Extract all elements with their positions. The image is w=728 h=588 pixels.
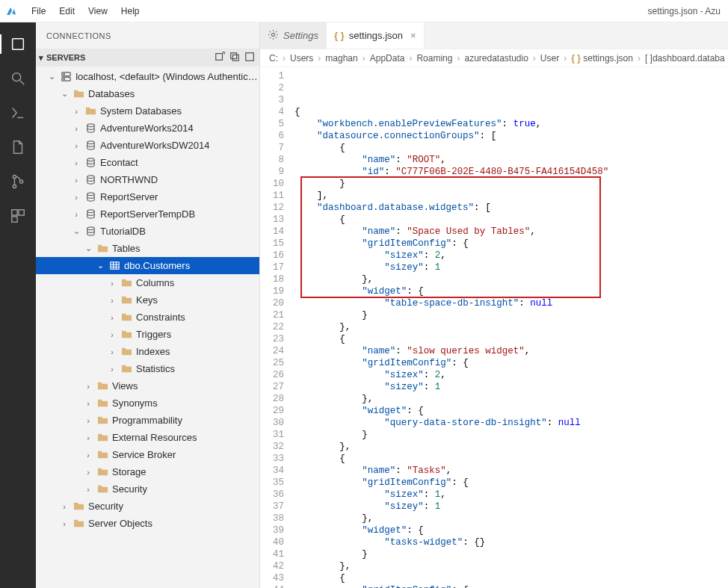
chevron-right-icon[interactable]: › [107, 365, 117, 374]
chevron-right-icon[interactable]: › [71, 107, 81, 116]
tree-item[interactable]: ›Security [36, 480, 259, 498]
chevron-down-icon[interactable]: ⌄ [95, 261, 105, 270]
tree-item[interactable]: ›System Databases [36, 102, 259, 120]
chevron-right-icon[interactable]: › [107, 296, 117, 305]
breadcrumb-segment[interactable]: Roaming [416, 53, 452, 64]
breadcrumb-segment[interactable]: Users [290, 53, 313, 64]
tree-item[interactable]: ›ReportServerTempDB [36, 205, 259, 223]
chevron-down-icon[interactable]: ⌄ [59, 89, 70, 99]
chevron-right-icon[interactable]: › [83, 433, 93, 442]
tree-item[interactable]: ›Programmability [36, 412, 259, 429]
tree-item[interactable]: ›Service Broker [36, 446, 259, 463]
tree-item[interactable]: ›Security [36, 498, 259, 515]
chevron-right-icon[interactable]: › [83, 451, 93, 459]
code-line[interactable]: }, [294, 393, 728, 405]
tree-item[interactable]: ›Constraints [36, 309, 259, 326]
code-line[interactable]: ], [294, 190, 728, 202]
code-line[interactable]: } [294, 429, 728, 441]
editor-tab[interactable]: { }settings.json× [327, 22, 425, 49]
tree-item[interactable]: ›Keys [36, 291, 259, 309]
activity-source-control-icon[interactable] [0, 166, 36, 197]
menu-help[interactable]: Help [115, 3, 146, 19]
code-line[interactable]: "name": "ROOT", [294, 154, 728, 166]
code-line[interactable]: "query-data-store-db-insight": null [294, 417, 728, 429]
tree-item[interactable]: ›External Resources [36, 429, 259, 446]
code-lines[interactable]: { "workbench.enablePreviewFeatures": tru… [294, 67, 728, 588]
tree-item[interactable]: ›Econtact [36, 154, 259, 171]
code-line[interactable]: } [294, 548, 728, 560]
tree-item[interactable]: ›AdventureWorksDW2014 [36, 137, 259, 154]
chevron-right-icon[interactable]: › [83, 416, 93, 425]
breadcrumb-segment[interactable]: C: [269, 53, 278, 64]
code-line[interactable]: "workbench.enablePreviewFeatures": true, [294, 118, 728, 130]
code-line[interactable]: "sizex": 2, [294, 250, 728, 261]
tree-item[interactable]: ›AdventureWorks2014 [36, 120, 259, 137]
chevron-right-icon[interactable]: › [83, 485, 93, 494]
activity-extensions-icon[interactable] [0, 200, 36, 232]
tree-item[interactable]: ›Indexes [36, 343, 259, 360]
chevron-right-icon[interactable]: › [59, 502, 70, 511]
tree-item[interactable]: ›Statistics [36, 360, 259, 377]
chevron-right-icon[interactable]: › [71, 158, 81, 167]
code-line[interactable]: { [294, 142, 728, 154]
code-line[interactable]: }, [294, 321, 728, 333]
new-connection-icon[interactable] [215, 52, 225, 64]
breadcrumb-segment[interactable]: AppData [370, 53, 405, 64]
chevron-right-icon[interactable]: › [71, 210, 81, 219]
code-editor[interactable]: 1234567891011121314151617181920212223242… [260, 67, 728, 588]
code-line[interactable]: { [294, 333, 728, 345]
code-line[interactable]: "sizey": 1 [294, 261, 728, 273]
code-line[interactable]: { [294, 106, 728, 118]
menu-edit[interactable]: Edit [53, 3, 81, 19]
activity-servers-icon[interactable] [0, 28, 36, 60]
menu-view[interactable]: View [82, 3, 114, 19]
code-line[interactable]: "sizey": 1 [294, 501, 728, 513]
chevron-right-icon[interactable]: › [107, 330, 117, 339]
tree-item[interactable]: ›Columns [36, 274, 259, 291]
code-line[interactable]: } [294, 309, 728, 321]
code-line[interactable]: "dashboard.database.widgets": [ [294, 202, 728, 214]
code-line[interactable]: "datasource.connectionGroups": [ [294, 130, 728, 142]
menu-file[interactable]: File [25, 3, 52, 19]
editor-tab[interactable]: Settings [260, 22, 327, 49]
code-line[interactable]: "sizey": 1 [294, 381, 728, 393]
code-line[interactable]: }, [294, 273, 728, 285]
code-line[interactable]: }, [294, 441, 728, 453]
activity-file-icon[interactable] [0, 131, 36, 163]
code-line[interactable]: "gridItemConfig": { [294, 238, 728, 250]
code-line[interactable]: "table-space-db-insight": null [294, 297, 728, 309]
code-line[interactable]: "id": "C777F06B-202E-4480-B475-FA416154D… [294, 166, 728, 178]
code-line[interactable]: "sizex": 1, [294, 489, 728, 501]
breadcrumb-segment[interactable]: [ ]dashboard.databa [645, 53, 725, 64]
chevron-right-icon[interactable]: › [107, 313, 117, 322]
code-line[interactable]: "gridItemConfig": { [294, 477, 728, 489]
code-line[interactable]: "widget": { [294, 524, 728, 536]
code-line[interactable]: "gridItemConfig": { [294, 584, 728, 588]
chevron-down-icon[interactable]: ⌄ [47, 72, 58, 81]
tree-item[interactable]: ›ReportServer [36, 188, 259, 205]
tree-item[interactable]: ›Synonyms [36, 394, 259, 412]
tree-item[interactable]: ⌄dbo.Customers [36, 257, 259, 274]
tree-item[interactable]: ›NORTHWND [36, 171, 259, 188]
chevron-right-icon[interactable]: › [59, 519, 70, 528]
chevron-right-icon[interactable]: › [83, 399, 93, 408]
code-line[interactable]: "sizex": 2, [294, 369, 728, 381]
chevron-right-icon[interactable]: › [71, 176, 81, 185]
collapse-all-icon[interactable] [244, 52, 255, 64]
tree-item[interactable]: ⌄localhost, <default> (Windows Authentic… [36, 68, 259, 85]
code-line[interactable]: { [294, 453, 728, 465]
tree-item[interactable]: ›Storage [36, 463, 259, 480]
close-icon[interactable]: × [410, 30, 416, 41]
breadcrumb-segment[interactable]: azuredatastudio [464, 53, 528, 64]
code-line[interactable]: { [294, 572, 728, 584]
server-tree[interactable]: ⌄localhost, <default> (Windows Authentic… [36, 66, 259, 588]
tree-item[interactable]: ›Triggers [36, 326, 259, 343]
chevron-right-icon[interactable]: › [71, 193, 81, 202]
code-line[interactable]: }, [294, 560, 728, 572]
chevron-down-icon[interactable]: ⌄ [71, 226, 81, 236]
chevron-right-icon[interactable]: › [107, 279, 117, 288]
code-line[interactable]: "name": "Tasks", [294, 465, 728, 477]
chevron-right-icon[interactable]: › [83, 382, 93, 391]
breadcrumb-segment[interactable]: { } settings.json [571, 53, 633, 64]
tree-item[interactable]: ⌄Databases [36, 85, 259, 102]
